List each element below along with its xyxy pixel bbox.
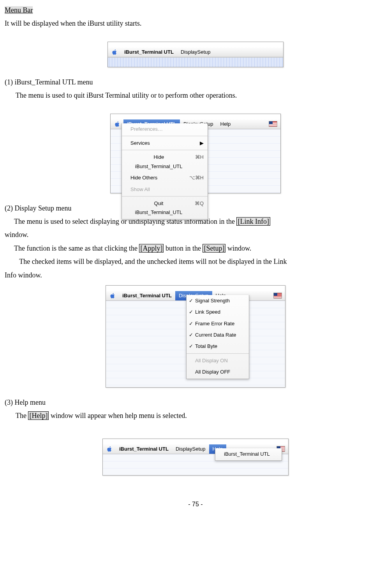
menu-item-shortcut: ⌘Q: [195, 199, 204, 217]
page-number: - 75 -: [5, 499, 386, 510]
display-setup-dropdown: Signal StrengthLink SpeedFrame Error Rat…: [186, 295, 249, 379]
help-ref: [Help]: [28, 411, 49, 420]
section3-title: (3) Help menu: [5, 396, 386, 409]
screenshot-display-setup-menu: iBurst_Terminal UTL DisplaySetup Help Si…: [106, 285, 285, 388]
menu-item: Show All: [122, 184, 208, 195]
menubar-app-name[interactable]: iBurst_Terminal UTL: [116, 444, 172, 454]
menu-item[interactable]: Services▶: [122, 137, 208, 149]
menu-item-label: Total Byte: [195, 342, 217, 351]
menu-item-label: Hide Others: [130, 173, 157, 182]
menu-item-label: Preferences…: [130, 125, 163, 133]
menu-item-label: Services: [130, 139, 150, 147]
menubar-app-name[interactable]: iBurst_Terminal UTL: [121, 47, 177, 57]
menu-item[interactable]: Total Byte: [187, 341, 249, 352]
app-dropdown-menu: Preferences…Services▶Hide iBurst_Termina…: [122, 123, 208, 219]
menu-item: All Display ON: [187, 355, 249, 366]
menu-item-shortcut: ⌘H: [195, 153, 204, 171]
menu-item[interactable]: Quit iBurst_Terminal_UTL⌘Q: [122, 198, 208, 218]
screenshot-app-menu: iBurst_Terminal UTL DisplaySetup Help Pr…: [110, 114, 281, 193]
screenshot-help-menu: iBurst_Terminal UTL DisplaySetup Help iB…: [102, 439, 289, 476]
section2-p1-cont: window.window.: [5, 228, 386, 241]
section1-title: iBurst_Terminal UTL menu: [13, 78, 93, 86]
screenshot-menubar-basic: iBurst_Terminal UTL DisplaySetup: [107, 42, 284, 67]
help-dropdown: iBurst_Terminal UTL: [215, 448, 282, 461]
setup-ref: [Setup]: [203, 244, 225, 253]
menu-item-label: All Display OFF: [195, 367, 230, 376]
menubar-display-setup[interactable]: DisplaySetup: [177, 47, 214, 57]
link-info-ref: [Link Info]: [236, 217, 270, 226]
menubar-help[interactable]: Help: [217, 119, 234, 129]
menu-item[interactable]: Frame Error Rate: [187, 318, 249, 329]
menu-item-label: Frame Error Rate: [195, 319, 234, 328]
apple-menu-icon[interactable]: [110, 293, 116, 298]
apple-menu-icon[interactable]: [112, 49, 118, 55]
menu-item[interactable]: Link Speed: [187, 306, 249, 318]
flag-icon[interactable]: [273, 293, 282, 298]
menubar: iBurst_Terminal UTL DisplaySetup: [108, 47, 283, 57]
menu-item-label: Link Speed: [195, 307, 220, 316]
flag-icon[interactable]: [269, 121, 277, 127]
apple-menu-icon[interactable]: [107, 446, 113, 452]
section3-body: The [Help] window will appear when help …: [5, 409, 386, 422]
submenu-arrow-icon: ▶: [200, 139, 204, 147]
apple-menu-icon[interactable]: [114, 121, 120, 127]
menu-item[interactable]: Hide Others⌥⌘H: [122, 172, 208, 183]
intro-text: It will be displayed when the iBurst uti…: [5, 17, 386, 30]
section2-p3b: Info window.: [5, 269, 386, 281]
menu-item-label: Current Data Rate: [195, 330, 236, 339]
menu-item[interactable]: iBurst_Terminal UTL: [215, 448, 282, 460]
section2-p3: The checked items will be displayed, and…: [5, 255, 386, 268]
menubar-app-name[interactable]: iBurst_Terminal UTL: [119, 291, 175, 300]
section1-number: (1): [5, 78, 13, 86]
menu-item-label: iBurst_Terminal UTL: [224, 449, 270, 458]
menu-item-label: Hide iBurst_Terminal_UTL: [130, 153, 187, 171]
menu-item[interactable]: Signal Strength: [187, 295, 249, 306]
menu-item-label: Show All: [130, 185, 150, 194]
menubar-display-setup[interactable]: DisplaySetup: [172, 444, 209, 454]
menu-item-label: Signal Strength: [195, 296, 230, 305]
menu-item[interactable]: Hide iBurst_Terminal_UTL⌘H: [122, 151, 208, 172]
menu-item[interactable]: All Display OFF: [187, 366, 249, 377]
menu-item: Preferences…: [122, 123, 208, 135]
section1-body: The menu is used to quit iBurst Terminal…: [5, 89, 386, 102]
apply-ref: [Apply]: [139, 244, 164, 253]
heading-menu-bar: Menu Bar: [5, 6, 33, 14]
menu-item-label: Quit iBurst_Terminal_UTL: [130, 199, 187, 217]
menu-item-label: All Display ON: [195, 356, 228, 365]
section2-p2: The function is the same as that clickin…: [5, 242, 386, 255]
menu-item[interactable]: Current Data Rate: [187, 329, 249, 341]
menu-item-shortcut: ⌥⌘H: [189, 173, 204, 182]
